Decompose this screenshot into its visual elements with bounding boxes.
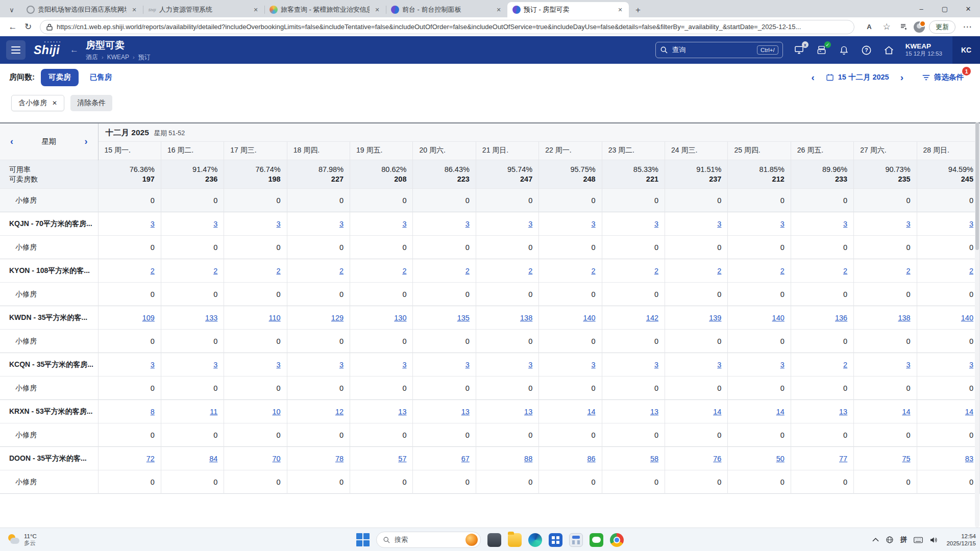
- chip-remove-icon[interactable]: ✕: [52, 99, 57, 107]
- cell-value-link[interactable]: 3: [476, 212, 538, 236]
- notifications-bell-icon[interactable]: [838, 44, 850, 56]
- cell-value-link[interactable]: 110: [224, 306, 287, 330]
- cell-value-link[interactable]: 83: [917, 447, 979, 470]
- tray-expand-icon[interactable]: [872, 538, 879, 542]
- cell-value-link[interactable]: 2: [665, 259, 728, 283]
- tab-close-icon[interactable]: ✕: [494, 5, 503, 14]
- start-button[interactable]: [356, 533, 370, 546]
- cell-value-link[interactable]: 13: [413, 400, 476, 423]
- cell-value-link[interactable]: 14: [728, 400, 791, 423]
- cell-value-link[interactable]: 13: [476, 400, 538, 423]
- edge-browser-icon[interactable]: [528, 533, 542, 547]
- cell-value-link[interactable]: 57: [350, 447, 413, 470]
- cell-value-link[interactable]: 58: [602, 447, 665, 470]
- cell-value-link[interactable]: 135: [413, 306, 476, 330]
- browser-update-button[interactable]: 更新: [929, 20, 955, 34]
- cell-value-link[interactable]: 138: [476, 306, 538, 330]
- weather-widget[interactable]: 11°C 多云: [3, 528, 41, 551]
- cell-value-link[interactable]: 140: [728, 306, 791, 330]
- date-picker[interactable]: 15 十二月 2025: [826, 72, 889, 82]
- cell-value-link[interactable]: 3: [161, 212, 224, 236]
- favorite-star-icon[interactable]: ☆: [879, 19, 894, 35]
- week-prev-icon[interactable]: ‹: [10, 136, 13, 147]
- cell-value-link[interactable]: 3: [917, 353, 979, 377]
- filter-chip-minor-repair[interactable]: 含小修房 ✕: [11, 95, 64, 111]
- page-back-icon[interactable]: ←: [70, 45, 79, 55]
- ime-pinyin-indicator[interactable]: 拼: [900, 535, 908, 544]
- cell-value-link[interactable]: 3: [413, 353, 476, 377]
- cell-value-link[interactable]: 2: [413, 259, 476, 283]
- cell-value-link[interactable]: 140: [539, 306, 602, 330]
- task-view-icon[interactable]: [487, 533, 501, 547]
- cell-value-link[interactable]: 76: [665, 447, 728, 470]
- cell-value-link[interactable]: 70: [224, 447, 287, 470]
- cell-value-link[interactable]: 2: [791, 353, 853, 377]
- cell-value-link[interactable]: 130: [350, 306, 413, 330]
- cell-value-link[interactable]: 50: [728, 447, 791, 470]
- url-input[interactable]: https://cn1.web.ep.shiji.world/reports/a…: [40, 20, 854, 34]
- breadcrumb-booking[interactable]: 预订: [138, 53, 151, 62]
- cell-value-link[interactable]: 3: [602, 212, 665, 236]
- cell-value-link[interactable]: 2: [224, 259, 287, 283]
- cell-value-link[interactable]: 3: [476, 353, 538, 377]
- cell-value-link[interactable]: 77: [791, 447, 853, 470]
- sellable-rooms-button[interactable]: 可卖房: [41, 69, 79, 86]
- taskbar-search-input[interactable]: 搜索: [376, 532, 481, 548]
- cell-value-link[interactable]: 133: [161, 306, 224, 330]
- tab-close-icon[interactable]: ✕: [130, 5, 139, 14]
- page-scrollbar[interactable]: [975, 122, 979, 528]
- cell-value-link[interactable]: 14: [917, 400, 979, 423]
- cell-value-link[interactable]: 12: [287, 400, 350, 423]
- cell-value-link[interactable]: 3: [224, 353, 287, 377]
- clear-filters-button[interactable]: 清除条件: [70, 95, 112, 111]
- cell-value-link[interactable]: 109: [98, 306, 161, 330]
- cell-value-link[interactable]: 14: [854, 400, 917, 423]
- cell-value-link[interactable]: 3: [602, 353, 665, 377]
- breadcrumb-hotel[interactable]: 酒店: [86, 53, 98, 62]
- cell-value-link[interactable]: 3: [539, 353, 602, 377]
- date-prev-icon[interactable]: ‹: [807, 72, 818, 83]
- browser-tab[interactable]: 预订 - 房型可卖✕: [507, 2, 629, 17]
- calculator-app-icon[interactable]: [569, 533, 583, 547]
- cell-value-link[interactable]: 2: [854, 259, 917, 283]
- cell-value-link[interactable]: 2: [350, 259, 413, 283]
- home-icon[interactable]: [883, 44, 895, 56]
- cell-value-link[interactable]: 3: [917, 212, 979, 236]
- store-app-icon[interactable]: [549, 533, 562, 547]
- browser-tab[interactable]: 贵阳机场智选假日酒店系统网址导✕: [21, 2, 143, 17]
- cashier-icon[interactable]: ✓: [816, 44, 828, 56]
- cell-value-link[interactable]: 129: [287, 306, 350, 330]
- wechat-app-icon[interactable]: [590, 533, 603, 547]
- cell-value-link[interactable]: 136: [791, 306, 853, 330]
- tab-search-icon[interactable]: ∨: [3, 2, 20, 17]
- cell-value-link[interactable]: 3: [665, 212, 728, 236]
- cell-value-link[interactable]: 84: [161, 447, 224, 470]
- cell-value-link[interactable]: 142: [602, 306, 665, 330]
- scrollbar-thumb[interactable]: [975, 122, 979, 250]
- cell-value-link[interactable]: 8: [98, 400, 161, 423]
- cell-value-link[interactable]: 3: [854, 353, 917, 377]
- cell-value-link[interactable]: 3: [728, 212, 791, 236]
- refresh-icon[interactable]: ↻: [20, 19, 36, 35]
- cell-value-link[interactable]: 3: [539, 212, 602, 236]
- cell-value-link[interactable]: 88: [476, 447, 538, 470]
- cell-value-link[interactable]: 3: [665, 353, 728, 377]
- cell-value-link[interactable]: 2: [98, 259, 161, 283]
- help-icon[interactable]: ?: [861, 44, 873, 56]
- cell-value-link[interactable]: 3: [98, 353, 161, 377]
- cell-value-link[interactable]: 140: [917, 306, 979, 330]
- hamburger-menu-icon[interactable]: [6, 40, 26, 60]
- cell-value-link[interactable]: 139: [665, 306, 728, 330]
- cell-value-link[interactable]: 13: [350, 400, 413, 423]
- volume-icon[interactable]: [929, 536, 938, 544]
- cell-value-link[interactable]: 11: [161, 400, 224, 423]
- collections-icon[interactable]: [896, 19, 912, 35]
- chrome-browser-icon[interactable]: [610, 533, 624, 547]
- filter-conditions-button[interactable]: 筛选条件 1: [922, 72, 964, 82]
- cell-value-link[interactable]: 13: [791, 400, 853, 423]
- cell-value-link[interactable]: 2: [287, 259, 350, 283]
- taskbar-clock[interactable]: 12:54 2025/12/15: [944, 533, 976, 547]
- cell-value-link[interactable]: 2: [476, 259, 538, 283]
- cell-value-link[interactable]: 3: [98, 212, 161, 236]
- cell-value-link[interactable]: 75: [854, 447, 917, 470]
